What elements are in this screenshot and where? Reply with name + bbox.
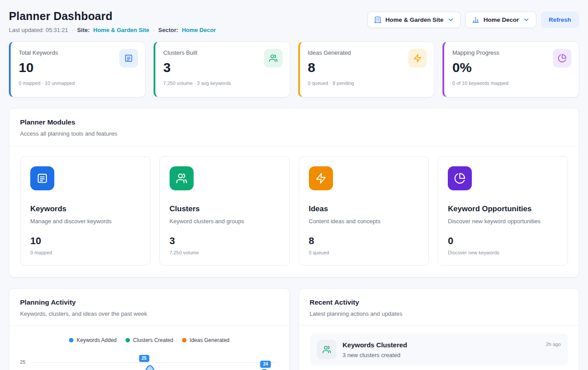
module-title: Clusters bbox=[170, 205, 280, 213]
title-block: Planner Dashboard Last updated: 05:31:21… bbox=[9, 10, 216, 33]
sector-label: Sector: bbox=[158, 27, 178, 33]
meta-separator: · bbox=[72, 27, 73, 33]
planning-activity-panel: Planning Activity Keywords, clusters, an… bbox=[9, 288, 290, 370]
modules-title: Planner Modules bbox=[20, 118, 568, 126]
recent-activity-header: Recent Activity Latest planning actions … bbox=[299, 289, 579, 326]
module-description: Manage and discover keywords bbox=[30, 218, 140, 225]
topbar: Planner Dashboard Last updated: 05:31:21… bbox=[0, 0, 588, 40]
module-card-clusters[interactable]: Clusters Keyword clusters and groups 3 7… bbox=[159, 156, 290, 265]
planner-modules-section: Planner Modules Access all planning tool… bbox=[9, 108, 579, 278]
legend-item-clusters-created[interactable]: Clusters Created bbox=[126, 337, 173, 343]
lightning-icon bbox=[309, 166, 333, 190]
bottom-panels: Planning Activity Keywords, clusters, an… bbox=[9, 288, 579, 370]
stat-card-clusters-built[interactable]: Clusters Built 3 7,250 volume · 3 avg ke… bbox=[154, 41, 290, 97]
legend-item-ideas-generated[interactable]: Ideas Generated bbox=[182, 337, 229, 343]
module-caption: Discover new keywords bbox=[448, 250, 558, 255]
users-icon bbox=[170, 166, 194, 190]
bar-chart-icon bbox=[472, 16, 479, 24]
legend-label: Clusters Created bbox=[133, 337, 173, 343]
last-updated-text: Last updated: 05:31:21 bbox=[9, 27, 68, 33]
meta-separator-2: · bbox=[153, 27, 154, 33]
activity-list-item[interactable]: Keywords Clustered 3 new clusters create… bbox=[310, 334, 568, 366]
activity-title: Keywords Clustered bbox=[343, 341, 540, 349]
pie-chart-icon bbox=[553, 49, 572, 68]
modules-header: Planner Modules Access all planning tool… bbox=[9, 109, 579, 146]
document-icon bbox=[119, 49, 138, 68]
stat-caption: 0 mapped · 10 unmapped bbox=[19, 80, 137, 86]
recent-activity-title: Recent Activity bbox=[310, 298, 568, 306]
legend-dot-green bbox=[126, 338, 130, 342]
module-description: Content ideas and concepts bbox=[309, 218, 419, 225]
site-selector-dropdown[interactable]: Home & Garden Site bbox=[367, 12, 461, 28]
sector-link[interactable]: Home Decor bbox=[182, 27, 216, 33]
modules-subtitle: Access all planning tools and features bbox=[20, 130, 568, 137]
module-value: 3 bbox=[170, 235, 280, 247]
stat-caption: 0 of 10 keywords mapped bbox=[452, 80, 571, 86]
data-point-label-25: 25 bbox=[139, 355, 149, 362]
stat-cards-row: Total Keywords 10 0 mapped · 10 unmapped… bbox=[0, 40, 588, 97]
sector-selector-label: Home Decor bbox=[483, 16, 519, 23]
site-selector-label: Home & Garden Site bbox=[385, 16, 444, 23]
activity-timestamp: 2h ago bbox=[546, 342, 561, 347]
module-value: 0 bbox=[448, 235, 558, 247]
chevron-down-icon bbox=[447, 16, 454, 23]
module-title: Keyword Opportunities bbox=[448, 205, 558, 213]
users-icon bbox=[317, 340, 337, 359]
module-description: Keyword clusters and groups bbox=[170, 218, 280, 225]
module-card-ideas[interactable]: Ideas Content ideas and concepts 8 0 que… bbox=[299, 156, 429, 265]
planner-dashboard-page: Planner Dashboard Last updated: 05:31:21… bbox=[0, 0, 588, 370]
recent-activity-panel: Recent Activity Latest planning actions … bbox=[299, 288, 580, 370]
modules-grid: Keywords Manage and discover keywords 10… bbox=[9, 146, 579, 277]
chart-legend: Keywords Added Clusters Created Ideas Ge… bbox=[20, 337, 279, 343]
y-axis-tick-label: 25 bbox=[20, 359, 25, 365]
page-title: Planner Dashboard bbox=[9, 10, 216, 23]
planning-activity-subtitle: Keywords, clusters, and ideas over the p… bbox=[20, 310, 279, 317]
planning-activity-body: Keywords Added Clusters Created Ideas Ge… bbox=[9, 326, 289, 370]
planning-activity-header: Planning Activity Keywords, clusters, an… bbox=[9, 289, 289, 326]
data-point-label-24: 24 bbox=[260, 361, 271, 368]
module-description: Discover new keyword opportunities bbox=[448, 218, 558, 225]
users-icon bbox=[264, 49, 283, 68]
recent-activity-body: Keywords Clustered 3 new clusters create… bbox=[299, 326, 579, 370]
module-title: Keywords bbox=[30, 205, 140, 213]
pie-chart-icon bbox=[448, 166, 472, 190]
meta-row: Last updated: 05:31:21 · Site: Home & Ga… bbox=[9, 27, 216, 33]
stat-card-total-keywords[interactable]: Total Keywords 10 0 mapped · 10 unmapped bbox=[9, 41, 146, 97]
legend-label: Ideas Generated bbox=[190, 337, 229, 343]
stat-caption: 7,250 volume · 3 avg keywords bbox=[163, 80, 282, 86]
module-card-keyword-opportunities[interactable]: Keyword Opportunities Discover new keywo… bbox=[438, 156, 568, 265]
site-link[interactable]: Home & Garden Site bbox=[93, 27, 150, 33]
activity-chart[interactable]: 25 25 24 bbox=[20, 352, 279, 370]
activity-content: Keywords Clustered 3 new clusters create… bbox=[343, 340, 540, 358]
stat-caption: 0 queued · 8 pending bbox=[308, 80, 426, 86]
module-caption: 7,250 volume bbox=[170, 250, 280, 255]
module-value: 10 bbox=[30, 235, 140, 247]
refresh-button[interactable]: Refresh bbox=[541, 12, 579, 28]
legend-label: Keywords Added bbox=[77, 337, 117, 343]
stat-card-mapping-progress[interactable]: Mapping Progress 0% 0 of 10 keywords map… bbox=[442, 41, 579, 97]
site-label: Site: bbox=[77, 27, 89, 33]
legend-item-keywords-added[interactable]: Keywords Added bbox=[69, 337, 117, 343]
module-caption: 0 queued bbox=[309, 250, 419, 255]
chevron-down-icon bbox=[523, 16, 530, 23]
area-chart-svg bbox=[32, 352, 277, 370]
module-value: 8 bbox=[309, 235, 419, 247]
legend-dot-orange bbox=[182, 338, 187, 342]
planning-activity-title: Planning Activity bbox=[20, 298, 279, 306]
module-card-keywords[interactable]: Keywords Manage and discover keywords 10… bbox=[20, 156, 150, 265]
stat-card-ideas-generated[interactable]: Ideas Generated 8 0 queued · 8 pending bbox=[298, 41, 435, 97]
legend-dot-blue bbox=[69, 338, 73, 342]
header-actions: Home & Garden Site Home Decor Refresh bbox=[367, 12, 579, 28]
building-icon bbox=[374, 16, 381, 24]
lightning-icon bbox=[408, 49, 427, 68]
activity-description: 3 new clusters created bbox=[343, 352, 540, 358]
module-caption: 0 mapped bbox=[30, 250, 140, 255]
sector-selector-dropdown[interactable]: Home Decor bbox=[465, 12, 536, 28]
document-icon bbox=[30, 166, 54, 190]
recent-activity-subtitle: Latest planning actions and updates bbox=[310, 310, 568, 317]
module-title: Ideas bbox=[309, 205, 419, 213]
